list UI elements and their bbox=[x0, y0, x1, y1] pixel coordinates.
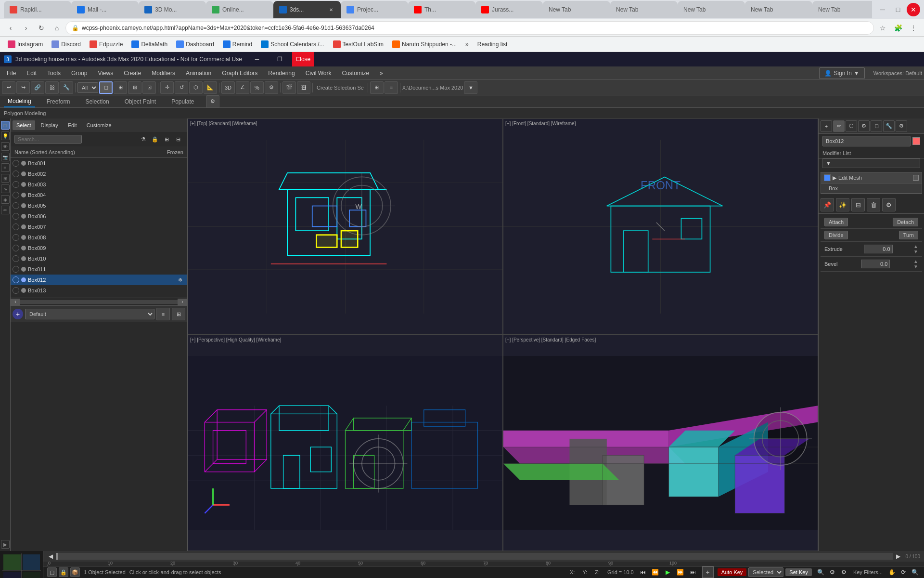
forward-button[interactable]: › bbox=[19, 21, 33, 35]
close-window-icon[interactable]: ✕ bbox=[907, 3, 920, 16]
obj-row-box006[interactable]: Box006 bbox=[11, 211, 187, 222]
obj-row-box001[interactable]: Box001 bbox=[11, 158, 187, 169]
auto-key-button[interactable]: Auto Key bbox=[718, 568, 747, 576]
set-key-button[interactable]: Set Key bbox=[785, 568, 812, 576]
scene-tab-select[interactable]: Select bbox=[13, 120, 35, 130]
pin-button[interactable]: 📌 bbox=[821, 198, 834, 211]
path-dropdown[interactable]: ▼ bbox=[464, 81, 477, 94]
tab-more-button[interactable]: ⚙ bbox=[206, 95, 219, 108]
attach-button[interactable]: Attach bbox=[824, 218, 848, 226]
object-name-input[interactable] bbox=[822, 136, 911, 146]
menu-create[interactable]: Create bbox=[119, 68, 146, 79]
undo-button[interactable]: ↩ bbox=[2, 81, 15, 94]
side-icon-camera[interactable]: 📷 bbox=[1, 153, 10, 161]
selection-filter-select[interactable]: All bbox=[77, 82, 98, 93]
status-icon-1[interactable]: ▢ bbox=[47, 567, 57, 577]
orbit-button[interactable]: ⟳ bbox=[898, 567, 909, 578]
status-icon-3[interactable]: 📦 bbox=[70, 567, 80, 577]
side-icon-arrow[interactable]: ▶ bbox=[1, 540, 10, 549]
minimize-icon[interactable]: ─ bbox=[876, 3, 889, 16]
tab-close-5[interactable]: ✕ bbox=[327, 6, 335, 13]
menu-more[interactable]: » bbox=[375, 68, 388, 79]
go-start-button[interactable]: ⏮ bbox=[638, 567, 648, 578]
lasso-select-button[interactable]: ⊡ bbox=[142, 81, 156, 94]
bookmark-reading-list[interactable]: Reading list bbox=[474, 39, 512, 50]
go-end-button[interactable]: ⏭ bbox=[688, 567, 698, 578]
rotate-button[interactable]: ↺ bbox=[175, 81, 188, 94]
tab-newtab1[interactable]: New Tab bbox=[543, 1, 610, 18]
scene-tab-display[interactable]: Display bbox=[37, 120, 62, 130]
timeline-thumb[interactable] bbox=[56, 553, 58, 560]
move-button[interactable]: ✛ bbox=[160, 81, 174, 94]
bookmark-more[interactable]: » bbox=[462, 39, 473, 50]
tab-newtab2[interactable]: New Tab bbox=[610, 1, 678, 18]
max-restore-button[interactable]: ❐ bbox=[269, 52, 291, 66]
obj-row-box004[interactable]: Box004 bbox=[11, 190, 187, 200]
menu-animation[interactable]: Animation bbox=[181, 68, 216, 79]
bookmark-school-calendars[interactable]: School Calendars /... bbox=[257, 39, 328, 50]
spinner-snap-button[interactable]: ⚙ bbox=[265, 81, 278, 94]
side-icon-layer[interactable]: ≡ bbox=[1, 163, 10, 172]
scene-search-input[interactable] bbox=[14, 135, 82, 144]
bookmark-deltamath[interactable]: DeltaMath bbox=[128, 39, 171, 50]
bookmark-naruto[interactable]: Naruto Shippuden -... bbox=[388, 39, 461, 50]
fence-select-button[interactable]: ⊠ bbox=[128, 81, 141, 94]
scene-add-button[interactable]: + bbox=[13, 309, 23, 319]
filter-btn-1[interactable]: ⚙ bbox=[827, 567, 838, 578]
select-region-button[interactable]: ⊞ bbox=[114, 81, 127, 94]
bookmark-icon[interactable]: ☆ bbox=[876, 21, 889, 35]
hierarchy-panel-button[interactable]: ⬡ bbox=[846, 120, 857, 132]
bookmark-testout[interactable]: TestOut LabSim bbox=[329, 39, 387, 50]
bookmark-discord[interactable]: Discord bbox=[48, 39, 85, 50]
menu-tools[interactable]: Tools bbox=[42, 68, 65, 79]
tab-3ds-active[interactable]: 3ds... ✕ bbox=[273, 1, 341, 18]
menu-edit[interactable]: Edit bbox=[22, 68, 41, 79]
selected-dropdown[interactable]: Selected bbox=[748, 567, 783, 577]
tab-online[interactable]: Online... bbox=[206, 1, 273, 18]
list-scrollbar-h[interactable]: ‹ › bbox=[11, 298, 187, 305]
tab-newtab4[interactable]: New Tab bbox=[745, 1, 812, 18]
max-minimize-button[interactable]: ─ bbox=[246, 52, 268, 66]
menu-rendering[interactable]: Rendering bbox=[263, 68, 299, 79]
turn-button[interactable]: Turn bbox=[899, 231, 918, 239]
tab-mail[interactable]: Mail -... bbox=[71, 1, 139, 18]
tab-project[interactable]: Projec... bbox=[341, 1, 408, 18]
lock-icon[interactable]: 🔒 bbox=[150, 134, 160, 144]
layer-select[interactable]: Default bbox=[25, 309, 154, 319]
render-button[interactable]: 🎬 bbox=[282, 81, 296, 94]
tab-newtab5[interactable]: New Tab bbox=[812, 1, 872, 18]
tab-3dmo[interactable]: 3D Mo... bbox=[139, 1, 206, 18]
bind-button[interactable]: 🔧 bbox=[60, 81, 73, 94]
search-button[interactable]: 🔍 bbox=[816, 567, 826, 578]
extrude-spinner[interactable]: ▲▼ bbox=[913, 244, 918, 254]
modifier-dropdown[interactable]: ▼ bbox=[822, 158, 920, 168]
tab-selection[interactable]: Selection bbox=[81, 96, 113, 107]
tab-freeform[interactable]: Freeform bbox=[43, 96, 74, 107]
menu-file[interactable]: File bbox=[2, 68, 21, 79]
url-box[interactable]: 🔒 wcpss-phoenix.cameyo.net/app.html?appN… bbox=[65, 21, 874, 35]
bevel-input[interactable] bbox=[861, 260, 890, 268]
filter-icon[interactable]: ⚗ bbox=[138, 134, 149, 144]
percent-snap-button[interactable]: % bbox=[250, 81, 264, 94]
menu-civil-work[interactable]: Civil Work bbox=[301, 68, 336, 79]
home-button[interactable]: ⌂ bbox=[50, 21, 64, 35]
extensions-icon[interactable]: 🧩 bbox=[891, 21, 905, 35]
side-icon-curve[interactable]: ∿ bbox=[1, 184, 10, 193]
side-icon-grid[interactable]: ⊞ bbox=[1, 174, 10, 183]
object-list[interactable]: Box001 Box002 Box003 bbox=[11, 158, 187, 298]
wand-button[interactable]: ✨ bbox=[836, 198, 849, 211]
divide-button[interactable]: Divide bbox=[824, 231, 848, 239]
add-key-button[interactable]: + bbox=[702, 566, 714, 578]
side-icon-eye[interactable]: 👁 bbox=[1, 142, 10, 151]
menu-group[interactable]: Group bbox=[66, 68, 92, 79]
scale-button[interactable]: ⬡ bbox=[189, 81, 203, 94]
tab-populate[interactable]: Populate bbox=[167, 96, 198, 107]
layer-icon-1[interactable]: ≡ bbox=[156, 308, 170, 320]
scrollbar-track-h[interactable] bbox=[20, 300, 178, 304]
menu-views[interactable]: Views bbox=[93, 68, 118, 79]
bookmark-instagram[interactable]: Instagram bbox=[4, 39, 47, 50]
tab-jurass[interactable]: Jurass... bbox=[475, 1, 543, 18]
timeline-slider[interactable] bbox=[56, 553, 893, 560]
display-panel-button[interactable]: ◻ bbox=[871, 120, 882, 132]
object-color-swatch[interactable] bbox=[912, 137, 920, 145]
